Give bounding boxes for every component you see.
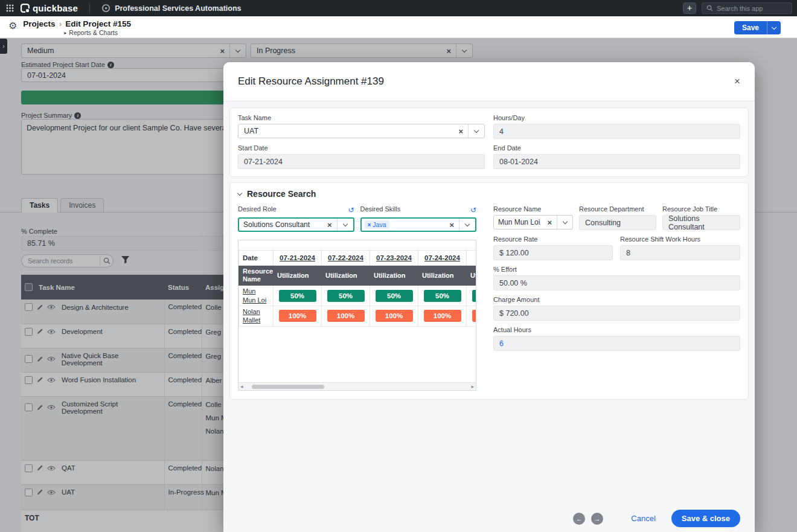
resource-name-value: Mun Mun Loi [494, 218, 543, 226]
screen: quickbase Professional Services Automati… [0, 0, 797, 532]
modal-title: Edit Resource Assignment #139 [238, 75, 384, 88]
desired-skills-select[interactable]: × Java × [360, 217, 477, 232]
modal-body: Task Name UAT × Hours/Day 4 Start Date 0… [223, 101, 755, 400]
breadcrumb: Projects › Edit Project #155 ▸ Reports &… [23, 19, 131, 36]
horizontal-scrollbar[interactable]: ◂ ▸ [238, 382, 476, 390]
save-and-close-button[interactable]: Save & close [671, 510, 740, 527]
save-button[interactable]: Save [734, 24, 767, 32]
resource-name-dropdown-button[interactable] [557, 216, 572, 229]
current-app-link[interactable]: Professional Services Automations [101, 4, 241, 13]
utilization-row: Mun Mun Loi 50% 50% 50% 50% 50% [239, 286, 477, 306]
chevron-down-icon [342, 221, 347, 226]
date-column-link[interactable]: 07-22-2024 [322, 251, 370, 266]
utilization-cell[interactable]: 100% [472, 310, 477, 322]
utilization-header-row: Resource Name Utilization Utilization Ut… [239, 266, 477, 286]
utilization-cell[interactable]: 50% [472, 290, 477, 302]
utilization-cell[interactable]: 100% [279, 310, 316, 322]
utilization-cell[interactable]: 50% [327, 290, 365, 302]
percent-effort-field: 50.00 % [493, 275, 740, 290]
date-column-link[interactable]: 07-21-2024 [274, 251, 322, 266]
next-record-button[interactable]: → [591, 513, 603, 525]
clear-icon[interactable]: × [543, 218, 557, 227]
chevron-down-icon [772, 24, 776, 29]
desired-skills-dropdown-button[interactable] [459, 219, 475, 231]
reset-icon[interactable]: ↺ [348, 207, 354, 214]
scroll-right-icon[interactable]: ▸ [471, 383, 474, 389]
end-date-field: 08-01-2024 [493, 154, 740, 169]
utilization-cell[interactable]: 50% [376, 290, 413, 302]
quickbase-logo[interactable]: quickbase [21, 3, 78, 13]
resource-name-select[interactable]: Mun Mun Loi × [493, 215, 573, 229]
date-header-row: Date 07-21-2024 07-22-2024 07-23-2024 07… [239, 251, 477, 266]
remove-tag-icon[interactable]: × [368, 222, 371, 228]
resource-name-link[interactable]: Nolan Mallet [239, 306, 274, 326]
utilization-header: Utilization [274, 266, 322, 286]
clear-icon[interactable]: × [322, 220, 337, 229]
settings-gear-icon[interactable]: ⚙ [8, 20, 17, 31]
utilization-header: Utilization [322, 266, 370, 286]
app-switcher-icon[interactable] [5, 4, 15, 12]
previous-record-button[interactable]: ← [573, 513, 585, 525]
close-icon[interactable]: × [734, 75, 740, 88]
clear-icon[interactable]: × [453, 127, 468, 136]
utilization-cell[interactable]: 100% [424, 310, 461, 322]
desired-role-value: Solutions Consultant [239, 220, 314, 229]
resource-details: Resource Name Mun Mun Loi × Resource Dep… [493, 205, 740, 391]
quickbase-logo-text: quickbase [33, 3, 78, 13]
reset-icon[interactable]: ↺ [470, 207, 476, 214]
utilization-cell[interactable]: 50% [279, 290, 316, 302]
app-name: Professional Services Automations [115, 4, 241, 13]
utilization-cell[interactable]: 50% [424, 290, 461, 302]
resource-name-label: Resource Name [493, 205, 573, 213]
reports-charts-link[interactable]: ▸ Reports & Charts [23, 29, 131, 36]
start-date-field: 07-21-2024 [238, 154, 485, 169]
skill-tag-label: Java [373, 221, 386, 228]
save-options-button[interactable] [767, 27, 781, 29]
end-date-label: End Date [493, 144, 740, 152]
edit-resource-assignment-modal: Edit Resource Assignment #139 × Task Nam… [223, 62, 755, 532]
modal-footer: ← → Cancel Save & close [573, 510, 740, 527]
app-icon [101, 4, 110, 13]
resource-search-toggle[interactable]: Resource Search [238, 189, 740, 199]
utilization-row: Nolan Mallet 100% 100% 100% 100% 100% [239, 306, 477, 326]
task-name-label: Task Name [238, 114, 485, 121]
resource-rate-field: $ 120.00 [493, 245, 613, 260]
start-date-label: Start Date [238, 144, 485, 152]
page-title: Edit Project #155 [65, 19, 131, 28]
utilization-cell[interactable]: 100% [327, 310, 365, 322]
app-search-input[interactable]: Search this app [702, 2, 792, 14]
desired-role-label: Desired Role [238, 205, 277, 213]
task-name-select[interactable]: UAT × [238, 124, 485, 138]
desired-role-dropdown-button[interactable] [338, 219, 353, 231]
date-column-link[interactable]: 07-23-2024 [370, 251, 418, 266]
actual-hours-link[interactable]: 6 [499, 339, 504, 348]
percent-effort-label: % Effort [493, 266, 740, 273]
utilization-cell[interactable]: 100% [376, 310, 413, 322]
skill-tag: × Java [365, 220, 389, 229]
chevron-down-icon [465, 221, 470, 226]
date-column-link[interactable] [467, 251, 477, 266]
breadcrumb-separator: › [59, 19, 62, 28]
resource-search-left: Desired Role ↺ Solutions Consultant × [238, 205, 476, 391]
caret-right-icon: ▸ [64, 30, 66, 36]
utilization-header: Utilization [467, 266, 477, 286]
utilization-header: Utilization [370, 266, 418, 286]
hours-day-field: 4 [493, 124, 740, 139]
task-name-value: UAT [238, 127, 264, 135]
scroll-left-icon[interactable]: ◂ [240, 383, 243, 389]
resource-search-card: Resource Search Desired Role ↺ [229, 182, 749, 400]
clear-icon[interactable]: × [444, 220, 459, 229]
resource-job-title-label: Resource Job Title [662, 205, 740, 213]
resource-name-link[interactable]: Mun Mun Loi [239, 286, 274, 306]
resource-rate-label: Resource Rate [493, 236, 613, 243]
cancel-button[interactable]: Cancel [631, 514, 655, 523]
scrollbar-thumb[interactable] [252, 385, 324, 389]
resource-department-field: Consulting [579, 215, 656, 230]
modal-header: Edit Resource Assignment #139 × [223, 62, 755, 101]
add-new-button[interactable]: + [683, 2, 696, 14]
breadcrumb-projects-link[interactable]: Projects [23, 19, 55, 28]
date-header: Date [239, 251, 274, 266]
desired-role-select[interactable]: Solutions Consultant × [238, 217, 354, 232]
date-column-link[interactable]: 07-24-2024 [418, 251, 467, 266]
task-name-dropdown-button[interactable] [469, 124, 484, 138]
